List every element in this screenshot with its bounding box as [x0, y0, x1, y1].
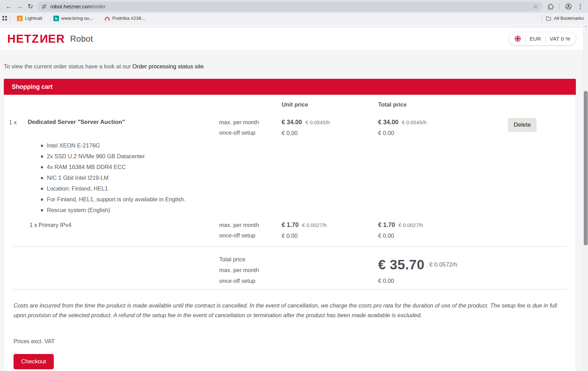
total-price-label: Total price	[219, 254, 282, 265]
scroll-up-icon[interactable]: ▲	[583, 24, 588, 28]
hetzner-logo[interactable]: HETZNER	[7, 33, 65, 44]
order-status-link[interactable]: Order processing status site	[133, 63, 204, 69]
total-setup-label: once-off setup	[219, 276, 282, 286]
scrollbar-thumb[interactable]	[584, 91, 588, 245]
spec-item: Rescue system (English)	[41, 205, 571, 216]
item-total-price-hourly: € 0.0545/h	[402, 119, 426, 125]
monthly-label: max. per month	[219, 220, 282, 230]
item-unit-price: € 34.00	[282, 119, 302, 126]
shopping-cart-header: Shopping cart	[4, 79, 576, 95]
site-header: HETZNER Robot EUR VAT 0 %	[0, 27, 588, 50]
all-bookmarks-label: All Bookmarks	[554, 16, 584, 21]
vat-note: Prices excl. VAT	[14, 338, 571, 345]
total-price-column-header: Total price	[378, 101, 504, 108]
browser-menu-kebab-icon[interactable]: ⋮	[577, 3, 583, 10]
item-quantity: 1 x	[9, 117, 28, 127]
unit-price-column-header: Unit price	[282, 101, 378, 108]
uk-flag-icon	[514, 35, 521, 42]
setup-label: once-off setup	[219, 230, 282, 241]
apps-grid-icon[interactable]	[2, 16, 7, 21]
extensions-puzzle-icon[interactable]	[548, 3, 554, 10]
grand-total-setup: € 0.00	[378, 276, 504, 286]
addon-name: 1 x Primary IPv4	[9, 220, 219, 230]
checkout-button[interactable]: Checkout	[14, 354, 54, 369]
folder-icon	[546, 16, 551, 21]
pill-divider	[525, 35, 526, 42]
browser-toolbar: ← → ↻ robot.hetzner.com/order ☆ ⋮	[0, 0, 588, 13]
podrska-favicon	[104, 16, 110, 21]
vat-value[interactable]: VAT 0 %	[550, 36, 571, 42]
toolbar-divider	[559, 3, 560, 10]
robot-product-title: Robot	[70, 34, 93, 44]
setup-label: once-off setup	[219, 127, 282, 138]
pill-divider	[545, 35, 546, 42]
bookmarks-divider	[10, 15, 10, 22]
addon-unit-price: € 1.70	[282, 221, 299, 228]
profile-avatar-icon[interactable]	[565, 3, 572, 10]
bookmarks-bar: Lightsail b www.bring.ou... Podrška #236…	[0, 13, 588, 24]
disclaimer-divider	[12, 289, 567, 289]
spec-item: For Finland, HEL1, support is only avail…	[41, 194, 571, 205]
reload-icon[interactable]: ↻	[25, 1, 36, 12]
server-spec-list: Intel XEON E-2176G 2x SSD U.2 NVMe 960 G…	[41, 140, 571, 216]
shopping-cart-card: Shopping cart Unit price Total price 1 x…	[4, 79, 576, 371]
delete-button[interactable]: Delete	[508, 118, 537, 132]
item-total-price: € 34.00	[378, 119, 398, 126]
bookmarks-divider-right	[542, 15, 542, 22]
back-icon[interactable]: ←	[3, 1, 14, 12]
url-text[interactable]: robot.hetzner.com/order	[50, 3, 105, 9]
bookmark-label: www.bring.ou...	[61, 16, 93, 21]
bring-favicon: b	[53, 16, 59, 21]
url-bar[interactable]: robot.hetzner.com/order ☆	[37, 2, 542, 11]
addon-unit-price-hourly: € 0.0027/h	[302, 222, 327, 228]
addon-total-price: € 1.70	[378, 221, 395, 228]
lightsail-favicon	[17, 16, 23, 21]
monthly-label: max. per month	[219, 117, 282, 127]
spec-item: Intel XEON E-2176G	[41, 140, 571, 151]
cart-item-row: 1 x Dedicated Server "Server Auction" ma…	[9, 117, 571, 138]
browser-window: ← → ↻ robot.hetzner.com/order ☆ ⋮	[0, 0, 588, 371]
forward-icon[interactable]: →	[14, 1, 25, 12]
grand-total-hourly: € 0.0572/h	[429, 261, 457, 268]
bookmark-label: Podrška #236...	[112, 16, 145, 21]
cart-addon-row: 1 x Primary IPv4 max. per month once-off…	[9, 220, 571, 241]
totals-divider	[12, 246, 567, 247]
spec-item: 2x SSD U.2 NVMe 960 GB Datacenter	[41, 151, 571, 162]
item-name: Dedicated Server "Server Auction"	[28, 117, 219, 127]
spec-item: 4x RAM 16384 MB DDR4 ECC	[41, 162, 571, 172]
currency-vat-selector[interactable]: EUR VAT 0 %	[509, 32, 576, 45]
scrollbar-track[interactable]: ▲	[583, 24, 588, 371]
addon-total-setup-price: € 0.00	[378, 233, 394, 239]
site-settings-icon[interactable]	[41, 4, 47, 9]
page-content: HETZNER Robot EUR VAT 0 %	[0, 24, 588, 371]
total-monthly-label: max. per month	[219, 265, 282, 276]
bookmark-label: Lightsail	[25, 16, 42, 21]
addon-total-price-hourly: € 0.0027/h	[399, 222, 423, 228]
item-unit-price-hourly: € 0.0545/h	[305, 119, 330, 125]
bookmark-bring[interactable]: b www.bring.ou...	[50, 15, 96, 22]
bookmark-star-icon[interactable]: ☆	[533, 3, 538, 9]
grand-total-price: € 35.70	[378, 257, 425, 272]
spec-item: NIC 1 Gbit Intel I219-LM	[41, 172, 571, 183]
order-status-line: To view the current order status have a …	[4, 63, 576, 70]
spec-item: Location: Finland, HEL1	[41, 183, 571, 194]
bookmark-lightsail[interactable]: Lightsail	[14, 15, 45, 22]
item-unit-setup-price: € 0.00	[282, 130, 298, 136]
all-bookmarks-button[interactable]: All Bookmarks	[546, 16, 584, 21]
cart-totals-row: Total price max. per month once-off setu…	[9, 254, 571, 286]
svg-text:b: b	[55, 16, 57, 20]
bookmark-podrska[interactable]: Podrška #236...	[101, 15, 148, 22]
cart-column-headers: Unit price Total price	[9, 95, 571, 108]
cost-disclaimer: Costs are incurred from the time the pro…	[14, 301, 566, 320]
item-total-setup-price: € 0.00	[378, 130, 394, 136]
currency-value[interactable]: EUR	[530, 36, 541, 42]
addon-unit-setup-price: € 0.00	[282, 233, 298, 239]
